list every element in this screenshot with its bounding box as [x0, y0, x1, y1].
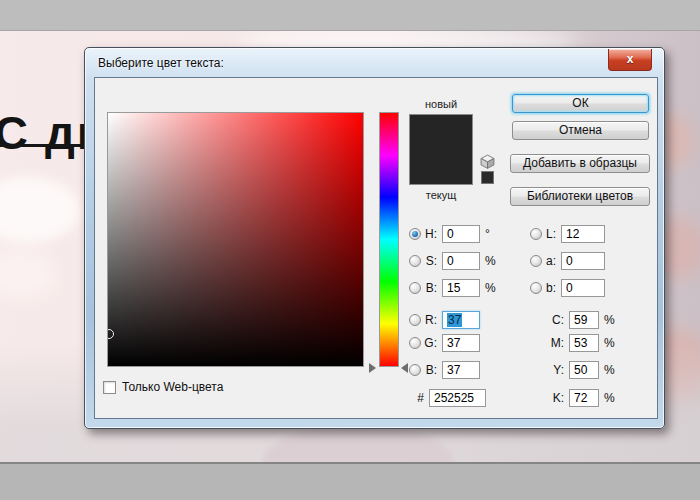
- field-row-b: B: 15 %: [409, 279, 496, 297]
- color-picker-dialog: Выберите цвет текста: x новый текущ ОК О…: [84, 47, 665, 429]
- field-row-g: G: 37: [409, 334, 485, 352]
- only-web-colors-label: Только Web-цвета: [122, 380, 223, 394]
- close-icon: x: [627, 52, 634, 66]
- r-radio[interactable]: [409, 314, 421, 326]
- ok-button[interactable]: ОК: [512, 94, 649, 113]
- y-input[interactable]: 50: [569, 361, 599, 379]
- dialog-client-area: новый текущ ОК Отмена Добавить в образцы…: [94, 77, 658, 419]
- bokeh-light: [0, 177, 80, 243]
- color-field-marker[interactable]: [107, 329, 114, 339]
- lab-b-input[interactable]: 0: [561, 279, 605, 297]
- only-web-colors-row: Только Web-цвета: [103, 380, 223, 394]
- close-button[interactable]: x: [608, 49, 652, 71]
- field-row-k: K: 72 %: [550, 389, 615, 407]
- add-to-swatches-button[interactable]: Добавить в образцы: [510, 154, 650, 173]
- h-unit: °: [485, 227, 490, 241]
- b2-label: B:: [421, 363, 437, 377]
- field-row-h: H: 0 °: [409, 225, 490, 243]
- field-row-m: M: 53 %: [550, 334, 615, 352]
- only-web-colors-checkbox[interactable]: [103, 381, 116, 394]
- s-input[interactable]: 0: [442, 252, 480, 270]
- hex-input[interactable]: 252525: [429, 389, 486, 407]
- r-input-selected-text: 37: [447, 313, 462, 327]
- field-row-s: S: 0 %: [409, 252, 496, 270]
- hue-slider[interactable]: [379, 112, 399, 367]
- c-input[interactable]: 59: [569, 311, 599, 329]
- s-label: S:: [421, 254, 437, 268]
- l-input[interactable]: 12: [561, 225, 605, 243]
- hex-label: #: [412, 391, 424, 405]
- m-label: M:: [550, 336, 564, 350]
- color-field[interactable]: [107, 112, 364, 367]
- h-input[interactable]: 0: [442, 225, 480, 243]
- m-input[interactable]: 53: [569, 334, 599, 352]
- field-row-c: C: 59 %: [550, 311, 615, 329]
- y-unit: %: [604, 363, 615, 377]
- g-label: G:: [421, 336, 437, 350]
- g-input[interactable]: 37: [442, 334, 480, 352]
- a-label: a:: [542, 254, 556, 268]
- field-row-b2: B: 37: [409, 361, 485, 379]
- field-row-l: L: 12: [530, 225, 605, 243]
- field-row-lab-b: b: 0: [530, 279, 605, 297]
- b2-radio[interactable]: [409, 364, 421, 376]
- h-label: H:: [421, 227, 437, 241]
- c-label: C:: [550, 313, 564, 327]
- k-label: K:: [550, 391, 564, 405]
- color-libraries-button[interactable]: Библиотеки цветов: [510, 187, 650, 206]
- new-color-label: новый: [409, 98, 473, 110]
- field-row-r: R: 37: [409, 311, 485, 329]
- k-unit: %: [604, 391, 615, 405]
- field-row-y: Y: 50 %: [550, 361, 615, 379]
- color-preview-swatch: [409, 114, 473, 185]
- field-row-hex: # 252525: [412, 389, 486, 407]
- hue-slider-right-arrow[interactable]: [401, 363, 408, 373]
- lab-b-radio[interactable]: [530, 282, 542, 294]
- field-row-a: a: 0: [530, 252, 605, 270]
- hue-slider-left-arrow[interactable]: [369, 363, 376, 373]
- web-safe-color-swatch[interactable]: [481, 171, 494, 184]
- l-label: L:: [542, 227, 556, 241]
- cancel-button[interactable]: Отмена: [512, 121, 649, 140]
- b-unit: %: [485, 281, 496, 295]
- dialog-titlebar[interactable]: Выберите цвет текста: x: [85, 48, 664, 77]
- r-label: R:: [421, 313, 437, 327]
- workspace-top-band: [0, 0, 700, 31]
- b-input[interactable]: 15: [442, 279, 480, 297]
- dialog-title: Выберите цвет текста:: [98, 56, 224, 70]
- g-radio[interactable]: [409, 337, 421, 349]
- s-unit: %: [485, 254, 496, 268]
- current-color-label: текущ: [409, 189, 473, 201]
- web-color-warning-cube-icon[interactable]: [480, 154, 495, 172]
- y-label: Y:: [550, 363, 564, 377]
- s-radio[interactable]: [409, 255, 421, 267]
- photo-pink-shape: [263, 425, 453, 462]
- workspace-bottom-band: [0, 462, 700, 500]
- c-unit: %: [604, 313, 615, 327]
- b-radio[interactable]: [409, 282, 421, 294]
- bokeh-light: [0, 249, 58, 299]
- l-radio[interactable]: [530, 228, 542, 240]
- k-input[interactable]: 72: [569, 389, 599, 407]
- b-label: B:: [421, 281, 437, 295]
- a-radio[interactable]: [530, 255, 542, 267]
- m-unit: %: [604, 336, 615, 350]
- a-input[interactable]: 0: [561, 252, 605, 270]
- r-input[interactable]: 37: [442, 311, 480, 329]
- photo-text-underline: [0, 144, 87, 147]
- h-radio[interactable]: [409, 228, 421, 240]
- b2-input[interactable]: 37: [442, 361, 480, 379]
- lab-b-label: b:: [542, 281, 556, 295]
